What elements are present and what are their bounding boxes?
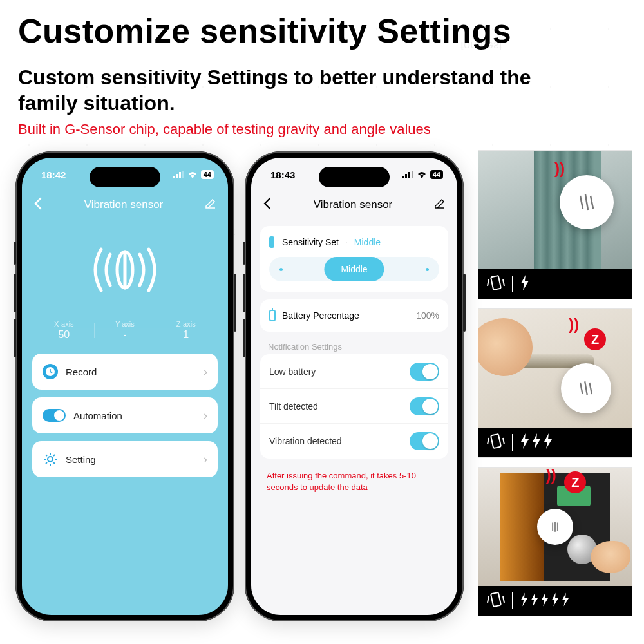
svg-line-20 xyxy=(580,196,583,209)
use-case-thumbnails: )) )) Z xyxy=(478,150,632,616)
sensitivity-icon xyxy=(269,236,274,248)
svg-line-36 xyxy=(488,596,489,603)
phone-mockup-settings: 18:43 44 Vibration sensor xyxy=(245,151,464,621)
back-icon[interactable] xyxy=(263,197,272,213)
svg-rect-35 xyxy=(491,592,501,607)
page-title: Vibration sensor xyxy=(84,198,164,211)
cellular-icon xyxy=(402,169,413,180)
command-note: After issuing the command, it takes 5-10… xyxy=(267,470,442,493)
svg-rect-1 xyxy=(176,174,178,178)
battery-badge: 44 xyxy=(430,170,443,179)
clock-icon xyxy=(43,364,58,379)
sensitivity-slider[interactable]: Middle xyxy=(269,257,439,281)
bolt-icon xyxy=(520,433,530,451)
battery-badge: 44 xyxy=(201,170,214,179)
svg-rect-0 xyxy=(173,176,175,178)
vibration-label: Vibration detected xyxy=(269,436,342,446)
axes-readout: X-axis 50 Y-axis - Z-axis 1 xyxy=(22,320,228,354)
dynamic-island xyxy=(319,167,390,187)
wifi-icon xyxy=(187,169,198,180)
dynamic-island xyxy=(90,167,160,187)
status-time: 18:43 xyxy=(270,169,295,180)
gear-icon xyxy=(43,451,58,467)
battery-label: Battery Percentage xyxy=(282,310,359,321)
svg-line-25 xyxy=(503,279,504,286)
bolt-icon xyxy=(531,433,542,451)
edit-icon[interactable] xyxy=(205,198,216,212)
svg-line-24 xyxy=(488,279,489,286)
battery-icon xyxy=(269,310,276,321)
vibration-icon xyxy=(77,239,173,303)
svg-line-37 xyxy=(503,596,504,603)
nav-bar: Vibration sensor xyxy=(251,191,457,218)
bolt-icon xyxy=(520,592,529,610)
tilt-row[interactable]: Tilt detected xyxy=(260,389,448,424)
record-row[interactable]: Record › xyxy=(32,354,218,390)
svg-rect-19 xyxy=(412,171,413,178)
feature-note: Built in G-Sensor chip, capable of testi… xyxy=(18,121,431,138)
chevron-right-icon: › xyxy=(204,365,207,379)
battery-value: 100% xyxy=(416,310,439,321)
headline: Customize sensitivity Settings xyxy=(18,12,511,50)
chevron-right-icon: › xyxy=(204,453,207,466)
bolt-icon xyxy=(530,592,539,610)
axis-z: Z-axis 1 xyxy=(155,320,216,341)
record-label: Record xyxy=(66,366,97,377)
intensity-bolts xyxy=(520,275,530,293)
svg-line-12 xyxy=(46,455,47,456)
thumb-safe: )) Z xyxy=(478,467,632,616)
axis-y: Y-axis - xyxy=(95,320,156,341)
low-battery-label: Low battery xyxy=(269,366,316,377)
toggle-switch[interactable] xyxy=(410,432,439,450)
notification-list: Low battery Tilt detected Vibration dete… xyxy=(260,354,448,459)
signal-waves-icon: )) xyxy=(569,316,579,334)
intensity-bolts xyxy=(520,592,570,610)
status-time: 18:42 xyxy=(41,169,66,180)
bolt-icon xyxy=(551,592,560,610)
sensor-device-icon xyxy=(561,363,611,413)
svg-line-21 xyxy=(585,194,588,210)
setting-label: Setting xyxy=(66,454,96,465)
svg-line-13 xyxy=(53,462,55,464)
svg-line-15 xyxy=(53,455,55,456)
signal-waves-icon: )) xyxy=(546,467,556,484)
svg-line-26 xyxy=(580,383,583,394)
sensitivity-value: Middle xyxy=(354,237,381,247)
bolt-icon xyxy=(543,433,553,451)
svg-rect-3 xyxy=(182,171,184,178)
svg-line-28 xyxy=(589,383,592,394)
sensitivity-pill: Middle xyxy=(324,257,384,281)
sensor-device-icon xyxy=(560,175,614,229)
svg-rect-16 xyxy=(402,176,404,178)
setting-row[interactable]: Setting › xyxy=(32,441,218,477)
sensitivity-panel: Sensitivity Set · Middle Middle xyxy=(260,226,448,292)
phone-vibrate-icon xyxy=(486,274,506,294)
svg-point-7 xyxy=(48,457,53,462)
sensor-device-icon xyxy=(537,509,573,545)
axis-x: X-axis 50 xyxy=(33,320,95,341)
svg-rect-29 xyxy=(491,434,501,448)
svg-rect-17 xyxy=(405,174,407,178)
zigbee-badge-icon: Z xyxy=(584,328,606,350)
toggle-on-icon xyxy=(43,409,66,422)
svg-line-14 xyxy=(46,462,47,464)
sensitivity-label: Sensitivity Set xyxy=(282,237,339,247)
thumb-door-handle: )) Z xyxy=(478,308,632,458)
cellular-icon xyxy=(173,169,184,180)
phone-vibrate-icon xyxy=(486,591,506,611)
vibration-row[interactable]: Vibration detected xyxy=(260,424,448,459)
tilt-label: Tilt detected xyxy=(269,401,318,412)
edit-icon[interactable] xyxy=(434,198,446,212)
bolt-icon xyxy=(561,592,570,610)
back-icon[interactable] xyxy=(33,197,43,213)
automation-row[interactable]: Automation › xyxy=(32,397,218,433)
intensity-bolts xyxy=(520,433,553,451)
battery-row: Battery Percentage 100% xyxy=(260,299,448,332)
low-battery-row[interactable]: Low battery xyxy=(260,354,448,389)
svg-line-22 xyxy=(591,196,593,209)
toggle-switch[interactable] xyxy=(410,363,439,381)
toggle-switch[interactable] xyxy=(410,397,439,415)
wifi-icon xyxy=(416,169,428,180)
phone-vibrate-icon xyxy=(486,432,506,453)
nav-bar: Vibration sensor xyxy=(22,191,228,218)
